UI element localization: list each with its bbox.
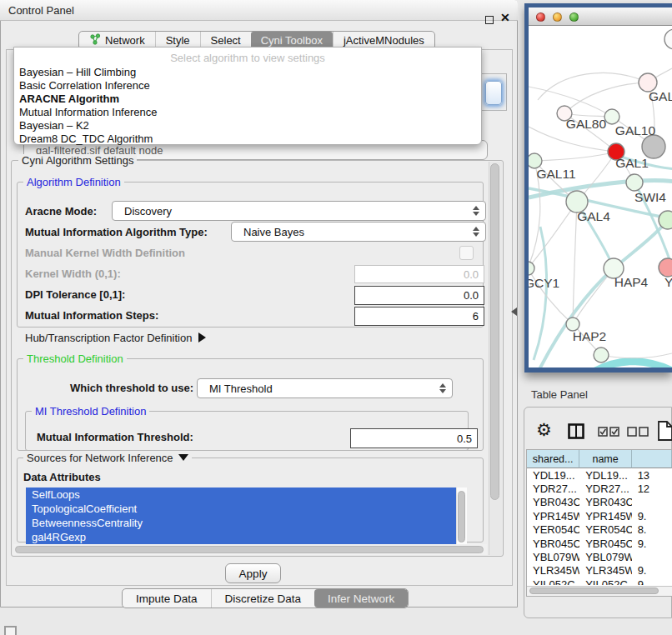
- network-edge[interactable]: [529, 202, 577, 268]
- panel-collapse-arrow[interactable]: [511, 308, 517, 316]
- network-node-gal10[interactable]: [604, 109, 619, 124]
- table-cell: YIL052C: [579, 578, 631, 585]
- table-cell: YDR27...: [527, 482, 579, 495]
- new-document-icon[interactable]: [658, 421, 672, 443]
- mi-steps-field[interactable]: 6: [354, 307, 484, 326]
- aracne-mode-combo[interactable]: Discovery: [112, 201, 486, 221]
- node-label-gal4: GAL4: [577, 209, 610, 223]
- table-row[interactable]: YPR145WYPR145W9.: [527, 509, 672, 522]
- which-threshold-combo[interactable]: MI Threshold: [197, 378, 453, 398]
- node-label-y: Y: [664, 275, 672, 289]
- tab-infer-network[interactable]: Infer Network: [314, 589, 408, 608]
- column-header-2[interactable]: [632, 450, 672, 468]
- table-row[interactable]: YBL079WYBL079W: [527, 550, 672, 563]
- table-cell: 13: [632, 469, 672, 482]
- algorithm-option-dream8-dc-tdc-algorithm[interactable]: Dream8 DC_TDC Algorithm: [14, 132, 481, 146]
- sources-group-toggle[interactable]: Sources for Network Inference: [23, 452, 192, 464]
- algorithm-option-aracne-algorithm[interactable]: ARACNE Algorithm: [14, 92, 481, 106]
- mi-threshold-field[interactable]: 0.5: [350, 428, 478, 448]
- docked-panel-icon[interactable]: [4, 626, 17, 635]
- expand-right-icon: [198, 332, 206, 342]
- network-node[interactable]: [642, 135, 665, 158]
- table-row[interactable]: YDL19...YDL19...13: [527, 468, 672, 482]
- node-label-swi4: SWI4: [634, 190, 666, 204]
- dpi-tolerance-field[interactable]: 0.0: [354, 286, 484, 305]
- window-minimize-button[interactable]: [553, 12, 562, 22]
- table-cell: YBL079W: [527, 551, 579, 563]
- table-row[interactable]: YDR27...YDR27...12: [527, 482, 672, 495]
- table-row[interactable]: YIL052CYIL052C9: [527, 578, 672, 585]
- network-node-swi4[interactable]: [626, 174, 643, 191]
- float-window-icon[interactable]: [485, 16, 494, 24]
- help-button[interactable]: [485, 81, 502, 105]
- settings-hscrollbar-thumb[interactable]: [15, 546, 484, 553]
- node-label-gal80: GAL80: [566, 117, 607, 131]
- close-icon[interactable]: ✕: [500, 11, 510, 24]
- table-row[interactable]: YER054CYER054C8.: [527, 523, 672, 537]
- tab-impute-data[interactable]: Impute Data: [123, 589, 211, 608]
- algorithm-option-bayesian-hill-climbing[interactable]: Bayesian – Hill Climbing: [14, 66, 481, 79]
- hub-definition-toggle[interactable]: Hub/Transcription Factor Definition: [25, 332, 206, 344]
- network-node[interactable]: [664, 29, 672, 49]
- table-row[interactable]: YLR345WYLR345W9.: [527, 564, 672, 578]
- algorithm-option-basic-correlation-inference[interactable]: Basic Correlation Inference: [14, 79, 481, 92]
- mi-threshold-label: Mutual Information Threshold:: [37, 431, 193, 443]
- network-node-gcy1[interactable]: [529, 262, 534, 275]
- settings-vscrollbar-thumb[interactable]: [490, 163, 499, 500]
- deselect-all-checkboxes-icon[interactable]: [627, 427, 649, 440]
- hub-definition-label: Hub/Transcription Factor Definition: [25, 332, 192, 344]
- table-row[interactable]: YBR045CYBR045C9.: [527, 537, 672, 550]
- attributes-scrollbar-thumb[interactable]: [458, 491, 465, 542]
- kernel-width-field[interactable]: 0.0: [354, 265, 484, 283]
- network-edge[interactable]: [534, 152, 616, 161]
- column-header-shared[interactable]: shared...: [527, 450, 579, 468]
- attribute-item-selfloops[interactable]: SelfLoops: [26, 488, 456, 502]
- window-close-button[interactable]: [536, 12, 545, 22]
- algorithm-option-bayesian-k2[interactable]: Bayesian – K2: [14, 119, 481, 132]
- data-attributes-list: SelfLoopsTopologicalCoefficientBetweenne…: [26, 488, 456, 546]
- network-edge[interactable]: [538, 72, 648, 100]
- table-cell: YDR27...: [579, 482, 631, 495]
- network-window-titlebar[interactable]: [529, 8, 672, 26]
- table-cell: YDL19...: [579, 469, 631, 482]
- tab-label: Cyni Toolbox: [261, 34, 323, 47]
- control-panel-title: Control Panel: [8, 4, 74, 17]
- columns-icon[interactable]: [568, 423, 584, 442]
- network-node-y[interactable]: [659, 258, 672, 277]
- tab-discretize-data[interactable]: Discretize Data: [211, 589, 315, 608]
- gear-icon[interactable]: ⚙: [536, 421, 552, 438]
- network-node[interactable]: [594, 348, 609, 362]
- network-edge[interactable]: [601, 353, 672, 358]
- network-view-canvas[interactable]: GALGAL80GAL10GAL1GAL11SWI4GAL4GCY1HAP4YH…: [529, 26, 672, 368]
- algorithm-definition-title: Algorithm Definition: [23, 176, 124, 188]
- attribute-item-gal4rgexp[interactable]: gal4RGexp: [26, 530, 456, 544]
- table-cell: YER054C: [527, 523, 579, 536]
- aracne-mode-label: Aracne Mode:: [25, 205, 97, 218]
- mi-type-combo[interactable]: Naive Bayes: [231, 222, 486, 242]
- algorithm-option-mutual-information-inference[interactable]: Mutual Information Inference: [14, 106, 481, 119]
- table-cell: YBR045C: [579, 538, 631, 550]
- tab-label: jActiveMNodules: [344, 34, 424, 47]
- cyni-bottom-tab-bar: Impute DataDiscretize DataInfer Network: [122, 588, 409, 608]
- node-label-gal: GAL: [649, 89, 672, 103]
- column-header-name[interactable]: name: [579, 450, 632, 468]
- table-cell: YBR043C: [527, 496, 579, 508]
- network-node[interactable]: [659, 211, 672, 229]
- mi-type-value: Naive Bayes: [243, 226, 304, 238]
- table-row[interactable]: YBR043CYBR043C: [527, 496, 672, 509]
- which-threshold-value: MI Threshold: [209, 382, 273, 395]
- window-zoom-button[interactable]: [569, 12, 579, 22]
- manual-kernel-checkbox[interactable]: [459, 246, 474, 260]
- apply-button[interactable]: Apply: [225, 563, 281, 583]
- attribute-item-betweennesscentrality[interactable]: BetweennessCentrality: [26, 516, 456, 530]
- settings-group-title: Cyni Algorithm Settings: [18, 154, 137, 167]
- which-threshold-label: Which threshold to use:: [70, 382, 193, 394]
- attribute-item-topologicalcoefficient[interactable]: TopologicalCoefficient: [26, 502, 456, 516]
- network-edge[interactable]: [564, 82, 648, 113]
- mi-threshold-group-title: MI Threshold Definition: [32, 405, 149, 418]
- network-edge[interactable]: [584, 362, 672, 368]
- network-edge[interactable]: [614, 220, 668, 268]
- table-hscrollbar-thumb[interactable]: [529, 588, 659, 594]
- table-cell: YDL19...: [527, 469, 579, 482]
- select-all-checkboxes-icon[interactable]: [598, 427, 619, 440]
